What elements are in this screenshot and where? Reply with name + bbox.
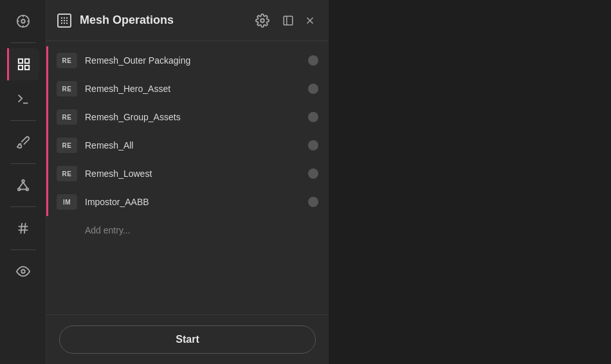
svg-rect-7 [25,59,29,63]
sidebar-item-layout[interactable] [7,48,39,80]
mesh-operations-icon [57,13,72,28]
close-button[interactable] [302,12,318,29]
item-label: Remesh_All [85,140,308,150]
item-status-dot[interactable] [308,197,318,207]
panel-title: Mesh Operations [80,14,245,27]
item-badge: RE [57,109,77,125]
accent-bar [46,131,48,159]
svg-point-1 [21,19,25,23]
header-actions [280,12,318,29]
svg-rect-24 [284,16,293,25]
svg-rect-8 [19,66,23,69]
item-badge: RE [57,53,77,68]
sidebar-divider-4 [10,206,36,207]
start-button[interactable]: Start [59,325,316,354]
svg-line-20 [24,223,25,234]
item-label: Remesh_Outer Packaging [85,55,308,66]
settings-button[interactable] [253,11,272,30]
accent-bar [46,188,48,216]
item-badge: IM [57,194,77,210]
svg-point-11 [22,180,24,183]
item-badge: RE [57,81,77,96]
sidebar-item-terminal[interactable] [7,83,39,115]
svg-line-19 [21,223,22,234]
add-entry-label: Add entry... [85,225,131,235]
list-item[interactable]: RE Remesh_Lowest [46,159,329,188]
target-icon [16,14,30,28]
list-item[interactable]: RE Remesh_Outer Packaging [46,46,329,75]
sidebar [0,0,46,364]
item-label: Remesh_Lowest [85,168,308,179]
sidebar-divider-1 [10,42,36,43]
window-button[interactable] [280,12,296,29]
svg-line-14 [19,182,23,188]
brush-icon [16,135,30,149]
sidebar-item-network[interactable] [7,169,39,201]
accent-bar [46,159,48,188]
svg-rect-9 [25,66,29,69]
list-item[interactable]: RE Remesh_Group_Assets [46,103,329,131]
item-label: Remesh_Group_Assets [85,112,308,122]
sidebar-item-target[interactable] [7,5,39,37]
accent-bar [46,75,48,103]
item-status-dot[interactable] [308,112,318,122]
list-item[interactable]: IM Impostor_AABB [46,188,329,216]
main-panel: Mesh Operations RE [46,0,329,364]
sidebar-divider-2 [10,120,36,121]
svg-line-15 [23,182,27,188]
accent-bar [46,103,48,131]
svg-point-0 [17,15,28,27]
layout-icon [17,57,31,71]
panel-header: Mesh Operations [46,0,329,41]
item-label: Remesh_Hero_Asset [85,84,308,94]
item-label: Impostor_AABB [85,197,308,207]
eye-icon [16,264,30,278]
sidebar-item-hashtag[interactable] [7,212,39,244]
item-badge: RE [57,166,77,181]
list-content: RE Remesh_Outer Packaging RE Remesh_Hero… [46,41,329,314]
panel-footer: Start [46,314,329,364]
add-entry-button[interactable]: Add entry... [46,216,329,244]
svg-rect-6 [19,59,23,63]
terminal-icon [16,92,30,106]
item-badge: RE [57,138,77,153]
sidebar-divider-3 [10,163,36,164]
svg-point-21 [21,269,25,273]
sidebar-item-eye[interactable] [7,255,39,287]
item-status-dot[interactable] [308,140,318,150]
right-area [329,0,611,364]
sidebar-divider-5 [10,250,36,250]
network-icon [16,178,30,192]
hashtag-icon [16,221,30,235]
item-status-dot[interactable] [308,168,318,179]
svg-point-23 [260,19,264,23]
sidebar-item-brush[interactable] [7,126,39,158]
list-item[interactable]: RE Remesh_All [46,131,329,159]
list-item[interactable]: RE Remesh_Hero_Asset [46,75,329,103]
item-status-dot[interactable] [308,55,318,66]
item-status-dot[interactable] [308,84,318,94]
accent-bar [46,46,48,75]
